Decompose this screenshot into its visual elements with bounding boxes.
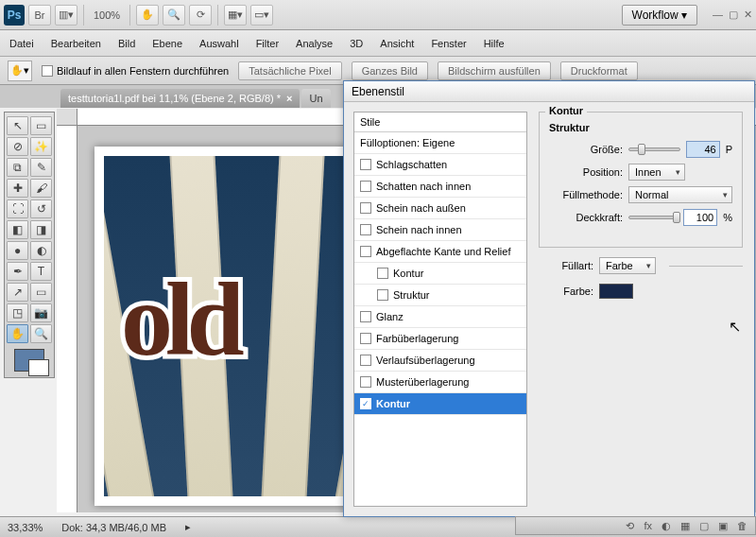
crop-tool[interactable]: ⧉: [7, 158, 28, 177]
bridge-button[interactable]: Br: [28, 5, 51, 26]
group-icon[interactable]: ▢: [699, 520, 709, 532]
brush-tool[interactable]: 🖌: [30, 179, 52, 198]
style-checkbox[interactable]: [360, 355, 371, 366]
maximize-button[interactable]: ▢: [729, 9, 738, 21]
style-item[interactable]: ✓Kontur: [354, 393, 526, 415]
style-item[interactable]: Schlagschatten: [354, 154, 526, 176]
size-slider[interactable]: [628, 147, 680, 151]
menu-3d[interactable]: 3D: [350, 38, 363, 49]
color-swatches[interactable]: [14, 349, 44, 372]
style-item[interactable]: Schein nach innen: [354, 219, 526, 241]
document-tab-inactive[interactable]: Un: [301, 89, 330, 108]
hand-tool[interactable]: ✋: [7, 324, 28, 343]
status-doc-size[interactable]: Dok: 34,3 MB/46,0 MB: [61, 522, 166, 533]
color-swatch[interactable]: [599, 284, 633, 299]
zoom-toggle[interactable]: 🔍: [163, 5, 185, 26]
style-checkbox[interactable]: [360, 246, 371, 257]
shape-tool[interactable]: ▭: [30, 283, 52, 302]
menu-hilfe[interactable]: Hilfe: [484, 38, 505, 49]
style-checkbox[interactable]: [360, 159, 371, 170]
actual-pixels-button[interactable]: Tatsächliche Pixel: [238, 61, 341, 80]
lasso-tool[interactable]: ⊘: [7, 137, 28, 156]
style-checkbox[interactable]: [360, 181, 371, 192]
filltype-dropdown[interactable]: Farbe: [599, 257, 656, 274]
menu-bild[interactable]: Bild: [118, 38, 135, 49]
gradient-tool[interactable]: ◨: [30, 220, 52, 239]
arrange-button[interactable]: ▦▾: [224, 5, 247, 26]
style-item[interactable]: Glanz: [354, 306, 526, 328]
print-size-button[interactable]: Druckformat: [560, 61, 638, 80]
minimize-button[interactable]: —: [713, 9, 723, 21]
wand-tool[interactable]: ✨: [30, 137, 52, 156]
style-item[interactable]: Schatten nach innen: [354, 176, 526, 198]
current-tool-icon[interactable]: ✋▾: [8, 61, 32, 81]
heal-tool[interactable]: ✚: [7, 179, 28, 198]
eraser-tool[interactable]: ◧: [7, 220, 28, 239]
menu-bearbeiten[interactable]: Bearbeiten: [51, 38, 101, 49]
style-item[interactable]: Schein nach außen: [354, 198, 526, 219]
style-checkbox[interactable]: [360, 224, 371, 235]
fit-screen-button[interactable]: Ganzes Bild: [352, 61, 428, 80]
document-tab-active[interactable]: testtutoria1l.pdf bei 11,1% (Ebene 2, RG…: [60, 89, 300, 108]
move-tool[interactable]: ↖: [7, 116, 28, 135]
workspace-switcher[interactable]: Workflow ▾: [622, 5, 697, 26]
style-checkbox[interactable]: [360, 376, 371, 388]
fx-icon[interactable]: fx: [644, 520, 652, 531]
pen-tool[interactable]: ✒: [7, 262, 28, 281]
screen-mode-button[interactable]: ▭▾: [250, 5, 273, 26]
dialog-titlebar[interactable]: Ebenenstil: [344, 81, 754, 102]
tab-close-icon[interactable]: ×: [286, 93, 292, 104]
opacity-input[interactable]: [683, 209, 717, 226]
style-item[interactable]: Farbüberlagerung: [354, 328, 526, 350]
close-button[interactable]: ✕: [744, 9, 752, 21]
fill-options-row[interactable]: Fülloptionen: Eigene: [354, 132, 526, 154]
3d-tool[interactable]: ◳: [7, 303, 28, 322]
size-input[interactable]: [686, 141, 720, 158]
history-brush-tool[interactable]: ↺: [30, 199, 52, 218]
marquee-tool[interactable]: ▭: [30, 116, 52, 135]
style-item[interactable]: Struktur: [354, 285, 526, 306]
new-layer-icon[interactable]: ▣: [718, 520, 728, 532]
menu-fenster[interactable]: Fenster: [431, 38, 466, 49]
adjust-icon[interactable]: ▦: [680, 520, 690, 532]
menu-ansicht[interactable]: Ansicht: [380, 38, 414, 49]
menu-analyse[interactable]: Analyse: [296, 38, 333, 49]
rotate-toggle[interactable]: ⟳: [189, 5, 212, 26]
style-item[interactable]: Verlaufsüberlagerung: [354, 350, 526, 372]
delete-icon[interactable]: 🗑: [737, 520, 747, 531]
style-list-header[interactable]: Stile: [354, 113, 526, 132]
menu-filter[interactable]: Filter: [256, 38, 279, 49]
style-checkbox[interactable]: ✓: [360, 398, 371, 409]
camera-tool[interactable]: 📷: [30, 303, 52, 322]
status-menu-icon[interactable]: ▸: [185, 521, 191, 533]
type-tool[interactable]: T: [30, 262, 52, 281]
style-checkbox[interactable]: [360, 202, 371, 214]
mini-bridge-button[interactable]: ▥▾: [55, 5, 77, 26]
style-checkbox[interactable]: [377, 289, 388, 301]
style-checkbox[interactable]: [360, 333, 371, 344]
menu-datei[interactable]: Datei: [9, 38, 34, 49]
position-dropdown[interactable]: Innen: [628, 164, 685, 181]
scroll-all-checkbox[interactable]: [42, 65, 53, 77]
menu-ebene[interactable]: Ebene: [152, 38, 182, 49]
zoom-tool[interactable]: 🔍: [30, 324, 52, 343]
link-icon[interactable]: ⟲: [626, 520, 634, 532]
style-item[interactable]: Abgeflachte Kante und Relief: [354, 241, 526, 263]
dodge-tool[interactable]: ◐: [30, 241, 52, 260]
path-tool[interactable]: ↗: [7, 283, 28, 302]
stamp-tool[interactable]: ⛶: [7, 199, 28, 218]
style-item[interactable]: Kontur: [354, 263, 526, 285]
style-item[interactable]: Musterüberlagerung: [354, 372, 526, 393]
mask-icon[interactable]: ◐: [662, 520, 671, 532]
style-checkbox[interactable]: [360, 311, 371, 322]
opacity-slider[interactable]: [628, 216, 678, 219]
menu-auswahl[interactable]: Auswahl: [199, 38, 239, 49]
status-zoom[interactable]: 33,33%: [8, 522, 43, 533]
hand-toggle[interactable]: ✋: [136, 5, 159, 26]
fill-screen-button[interactable]: Bildschirm ausfüllen: [438, 61, 551, 80]
eyedropper-tool[interactable]: ✎: [30, 158, 52, 177]
style-checkbox[interactable]: [377, 268, 388, 279]
zoom-percent[interactable]: 100%: [90, 9, 124, 21]
blend-dropdown[interactable]: Normal: [628, 186, 732, 203]
blur-tool[interactable]: ●: [7, 241, 28, 260]
